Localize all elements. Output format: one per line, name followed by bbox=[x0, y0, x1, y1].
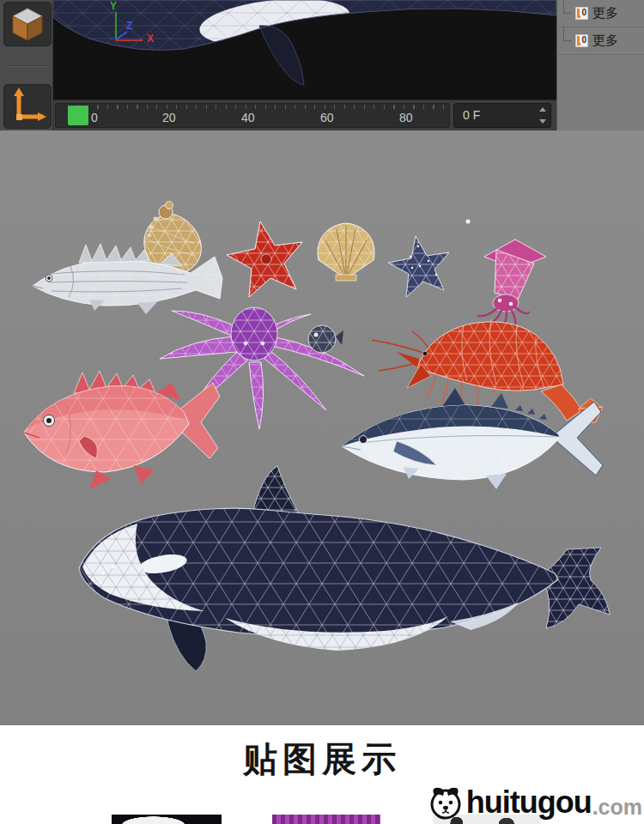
spinner-up-icon[interactable] bbox=[539, 107, 546, 112]
viewport-3d[interactable]: Y Z X bbox=[53, 0, 556, 100]
axis-y-label: Y bbox=[110, 1, 117, 11]
tick-label-40: 40 bbox=[241, 111, 255, 124]
layer-zero-icon: 0 bbox=[575, 7, 588, 20]
tick-label-60: 60 bbox=[320, 111, 334, 124]
wireframe-render-area bbox=[0, 130, 644, 725]
model-scallop bbox=[318, 223, 374, 281]
texture-thumbnail-squid bbox=[272, 815, 380, 824]
axis-x-label: X bbox=[147, 33, 154, 44]
ruler-tick-marks bbox=[68, 105, 447, 109]
layer-icon-glyph: 0 bbox=[581, 35, 586, 45]
axis-tool-icon bbox=[9, 88, 46, 125]
more-label: 更多 bbox=[592, 33, 618, 49]
panel-row-more-1[interactable]: 0 更多 bbox=[557, 0, 644, 27]
texture-thumbnail-orca bbox=[112, 815, 222, 824]
world-axis-gizmo: Y Z X bbox=[98, 0, 180, 53]
left-toolbar bbox=[0, 0, 53, 130]
frame-number-value: 0 F bbox=[463, 108, 480, 122]
huitugou-dog-icon bbox=[426, 783, 465, 822]
toolbar-divider bbox=[5, 65, 47, 67]
panel-row-more-2[interactable]: 0 更多 bbox=[557, 27, 644, 55]
brand-name: huitugou bbox=[466, 785, 592, 821]
model-orca bbox=[79, 466, 610, 671]
tick-label-20: 20 bbox=[162, 111, 176, 124]
brand-tld: .com bbox=[592, 795, 642, 822]
model-squid bbox=[478, 239, 546, 326]
watermark-logo: huitugou .com bbox=[426, 783, 642, 822]
cube-tool-icon bbox=[10, 6, 45, 42]
timeline-ruler[interactable]: 0 20 40 60 80 bbox=[55, 103, 450, 128]
model-puffer bbox=[308, 325, 343, 353]
texture-section-heading: 贴图展示 bbox=[0, 725, 644, 783]
frame-number-field[interactable]: 0 F bbox=[453, 103, 551, 128]
model-blue-starfish bbox=[388, 236, 449, 297]
more-label: 更多 bbox=[592, 5, 618, 21]
model-red-snapper bbox=[24, 371, 220, 489]
layer-icon-glyph: 0 bbox=[581, 8, 586, 17]
texture-section: 贴图展示 huitugou .com bbox=[0, 725, 644, 824]
spinner-down-icon[interactable] bbox=[539, 119, 546, 124]
axis-tool-button[interactable] bbox=[3, 84, 52, 129]
axis-z-label: Z bbox=[126, 21, 132, 31]
timeline-bar: 0 20 40 60 80 0 F bbox=[53, 100, 556, 130]
wireframe-models bbox=[0, 130, 644, 725]
stray-vertex-dot bbox=[466, 220, 471, 224]
cube-tool-button[interactable] bbox=[3, 2, 52, 46]
model-red-starfish bbox=[227, 221, 302, 297]
page: Y Z X 0 20 40 60 80 0 F bbox=[0, 0, 644, 824]
tick-label-0: 0 bbox=[91, 111, 98, 124]
tick-label-80: 80 bbox=[399, 111, 413, 124]
layer-zero-icon: 0 bbox=[575, 34, 588, 47]
c4d-ui-strip: Y Z X 0 20 40 60 80 0 F bbox=[0, 0, 644, 130]
current-frame-marker[interactable] bbox=[68, 106, 88, 125]
attributes-panel: 0 更多 0 更多 bbox=[556, 0, 644, 130]
frame-spinner[interactable] bbox=[537, 107, 548, 124]
